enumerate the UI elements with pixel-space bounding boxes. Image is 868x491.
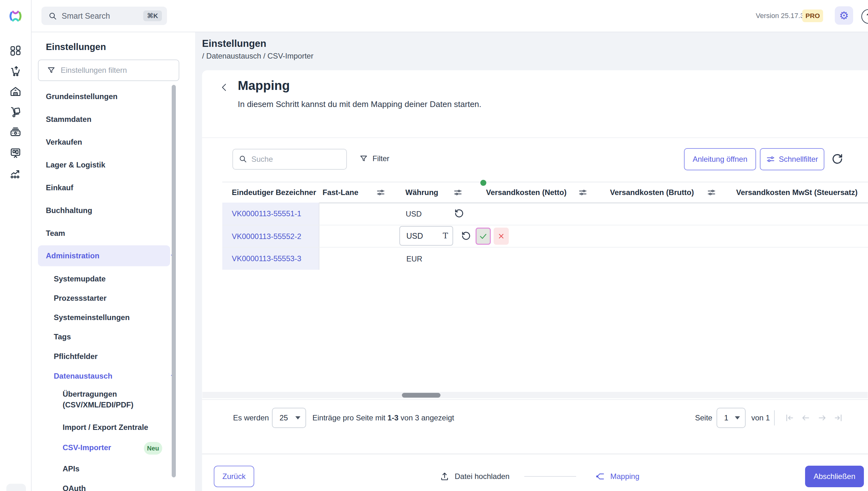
sidebar-item-systemupdate[interactable]: Systemupdate	[54, 269, 199, 288]
column-header-shipping-vat[interactable]: Versandkosten MwSt (Steuersatz)	[736, 182, 858, 203]
refresh-icon[interactable]	[832, 153, 843, 165]
step-subtitle: In diesem Schritt kannst du mit dem Mapp…	[238, 99, 481, 109]
step-upload[interactable]: Datei hochladen	[439, 466, 509, 487]
settings-sidebar: Einstellungen Grundeinstellungen Stammda…	[32, 32, 195, 491]
table-search-input[interactable]	[251, 154, 337, 164]
page-select[interactable]: 1	[716, 408, 746, 428]
global-search-input[interactable]	[61, 11, 135, 21]
pagination-summary: Einträge pro Seite mit 1-3 von 3 angezei…	[312, 408, 454, 428]
sidebar-item-lager-logistik[interactable]: Lager & Logistik	[46, 155, 191, 174]
global-search[interactable]: ⌘K	[41, 7, 167, 25]
settings-gear-button[interactable]: ⚙	[835, 6, 853, 25]
banknote-icon[interactable]	[9, 126, 22, 138]
sidebar-item-systemeinstellungen[interactable]: Systemeinstellungen	[54, 308, 199, 327]
currency-value: USD	[406, 209, 422, 219]
horizontal-scrollbar[interactable]	[203, 392, 868, 398]
table-search[interactable]	[232, 149, 347, 170]
column-header-shipping-net[interactable]: Versandkosten (Netto)	[486, 182, 567, 203]
step-title: Mapping	[238, 79, 290, 93]
sidebar-item-administration[interactable]: Administration	[46, 246, 191, 265]
sidebar-filter[interactable]	[38, 59, 179, 81]
page-size-select[interactable]: 25	[272, 408, 306, 428]
topbar: ⌘K Version 25.17.3 PRO ⚙ ?	[0, 0, 868, 32]
table-header: Eindeutiger Bezeichner Fast-Lane Währung…	[222, 182, 868, 203]
divider	[774, 410, 775, 426]
filter-button[interactable]: Filter	[359, 149, 389, 168]
sidebar-item-team[interactable]: Team	[46, 224, 191, 243]
next-page-icon[interactable]	[817, 413, 827, 423]
sidebar-item-grundeinstellungen[interactable]: Grundeinstellungen	[46, 87, 191, 106]
column-header-id[interactable]: Eindeutiger Bezeichner	[232, 182, 316, 203]
search-icon	[239, 155, 247, 163]
dashboard-icon[interactable]	[9, 45, 22, 57]
currency-value: EUR	[406, 255, 423, 263]
mapping-card: Mapping In diesem Schritt kannst du mit …	[202, 70, 868, 454]
table-row-id-link[interactable]: VK0000113-55552-2	[222, 225, 319, 248]
column-settings-icon[interactable]	[376, 188, 385, 197]
caret-down-icon	[295, 416, 301, 420]
undo-icon[interactable]	[455, 209, 464, 218]
step-mapping[interactable]: Mapping	[595, 466, 640, 487]
confirm-button[interactable]	[475, 228, 491, 245]
cart-upload-icon[interactable]	[9, 65, 22, 77]
finish-button[interactable]: Abschließen	[805, 466, 864, 487]
column-header-currency[interactable]: Währung	[405, 182, 438, 203]
column-header-fastlane[interactable]: Fast-Lane	[322, 182, 358, 203]
sidebar-scrollbar[interactable]	[172, 85, 176, 478]
icon-rail	[0, 0, 32, 491]
currency-edit-input[interactable]	[406, 231, 439, 241]
column-settings-icon[interactable]	[578, 188, 587, 197]
search-icon	[49, 12, 57, 20]
horizontal-scrollbar-thumb[interactable]	[402, 393, 440, 398]
open-guide-button[interactable]: Anleitung öffnen	[684, 148, 756, 170]
xentral-logo[interactable]	[8, 9, 23, 23]
column-settings-icon[interactable]	[454, 188, 462, 197]
undo-icon[interactable]	[461, 231, 471, 240]
sidebar-item-prozessstarter[interactable]: Prozessstarter	[54, 289, 199, 308]
sidebar-item-pflichtfelder[interactable]: Pflichtfelder	[54, 347, 199, 366]
warehouse-icon[interactable]	[9, 85, 22, 97]
sidebar-item-import-export[interactable]: Import / Export Zentrale	[63, 418, 177, 437]
sidebar-item-einkauf[interactable]: Einkauf	[46, 178, 191, 197]
column-header-shipping-gross[interactable]: Versandkosten (Brutto)	[610, 182, 694, 203]
text-type-icon: T	[443, 231, 448, 240]
back-step-button[interactable]: Zurück	[214, 466, 254, 487]
page-title: Einstellungen	[202, 38, 266, 49]
bottom-corner-widget[interactable]	[6, 484, 26, 491]
table-row-id-link[interactable]: VK0000113-55553-3	[222, 248, 319, 270]
back-button[interactable]	[219, 82, 229, 92]
sidebar-item-stammdaten[interactable]: Stammdaten	[46, 110, 191, 129]
table-row-id-link[interactable]: VK0000113-55551-1	[222, 203, 319, 225]
prev-page-icon[interactable]	[801, 413, 811, 423]
page-label: Seite	[695, 408, 712, 428]
breadcrumb[interactable]: / Datenaustausch / CSV-Importer	[202, 52, 313, 60]
last-page-icon[interactable]	[834, 413, 844, 423]
divider	[202, 137, 868, 138]
sidebar-item-datenaustausch[interactable]: Datenaustausch	[54, 367, 199, 385]
handtruck-icon[interactable]	[9, 106, 22, 118]
currency-edit-field[interactable]: T	[399, 226, 453, 246]
sidebar-item-oauth[interactable]: OAuth	[63, 479, 177, 491]
changes-indicator-dot	[480, 180, 486, 186]
column-settings-icon[interactable]	[707, 188, 716, 197]
step-connector	[524, 476, 576, 477]
cancel-button[interactable]	[494, 228, 509, 245]
sidebar-item-uebertragungen[interactable]: Übertragungen (CSV/XML/EDI/PDF)	[63, 388, 177, 410]
sidebar-item-apis[interactable]: APIs	[63, 459, 177, 478]
mapping-step-icon	[595, 471, 605, 482]
x-icon	[497, 232, 505, 240]
help-button[interactable]: ?	[861, 9, 868, 24]
sidebar-item-verkaufen[interactable]: Verkaufen	[46, 133, 191, 152]
upload-icon	[439, 471, 450, 482]
first-page-icon[interactable]	[784, 413, 794, 423]
funnel-icon	[47, 66, 56, 75]
sidebar-item-buchhaltung[interactable]: Buchhaltung	[46, 201, 191, 220]
kanban-board-icon[interactable]	[9, 147, 22, 159]
sidebar-filter-input[interactable]	[60, 65, 166, 75]
gear-icon: ⚙	[839, 9, 849, 22]
trend-up-icon[interactable]	[9, 168, 22, 179]
quickfilter-button[interactable]: Schnellfilter	[760, 148, 824, 170]
shortcut-badge: ⌘K	[143, 10, 162, 21]
sidebar-item-tags[interactable]: Tags	[54, 327, 199, 346]
check-icon	[479, 232, 488, 240]
